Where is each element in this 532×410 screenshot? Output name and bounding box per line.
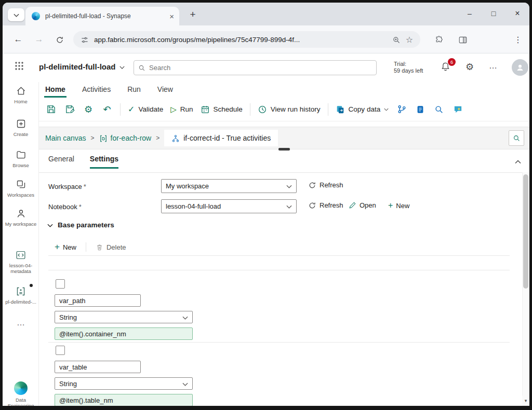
forward-button[interactable]: →: [32, 32, 46, 47]
parameter-table-divider: [48, 342, 510, 343]
sidebar-item-label: My workspace: [3, 221, 39, 227]
window-minimize-button[interactable]: –: [458, 3, 482, 24]
window-close-button[interactable]: ×: [506, 3, 529, 24]
new-tab-button[interactable]: +: [185, 8, 200, 21]
parameter-value-input[interactable]: [55, 327, 193, 340]
validate-button[interactable]: ✓ Validate: [128, 104, 163, 114]
source-control-button[interactable]: [396, 104, 407, 115]
sidebar-item-label: Browse: [3, 162, 39, 168]
window-maximize-button[interactable]: □: [482, 3, 506, 24]
schedule-label: Schedule: [214, 105, 243, 113]
parameter-name-input[interactable]: [55, 294, 141, 307]
back-button[interactable]: ←: [11, 32, 25, 47]
tab-view[interactable]: View: [156, 82, 174, 98]
parameter-row-checkbox[interactable]: [56, 279, 65, 289]
refresh-icon: [308, 201, 316, 210]
notebook-new-button[interactable]: + New: [388, 201, 409, 210]
trash-icon: [96, 243, 103, 251]
extensions-button[interactable]: [432, 32, 446, 47]
workspace-refresh-button[interactable]: Refresh: [308, 181, 343, 189]
tab-search-button[interactable]: [8, 8, 24, 21]
parameter-row-checkbox[interactable]: [56, 346, 65, 355]
parameter-value-input[interactable]: [55, 394, 193, 406]
tab-home[interactable]: Home: [44, 82, 66, 98]
parameter-type-dropdown[interactable]: String: [55, 311, 193, 323]
breadcrumb-main-canvas[interactable]: Main canvas: [45, 134, 86, 142]
site-settings-icon[interactable]: [81, 35, 89, 44]
panel-scrollbar-thumb[interactable]: [523, 174, 528, 289]
parameter-table-divider: [48, 270, 510, 270]
save-button[interactable]: [45, 104, 57, 115]
sidebar-item-home[interactable]: Home: [3, 86, 39, 104]
header-more-button[interactable]: …: [489, 61, 498, 71]
sidebar-item-workspaces[interactable]: Workspaces: [3, 179, 39, 198]
sidebar-item-data-engineering[interactable]: Data Engineering: [3, 381, 39, 406]
zoom-icon[interactable]: [392, 35, 401, 44]
parameter-type-dropdown[interactable]: String: [55, 377, 193, 390]
tab-run[interactable]: Run: [126, 82, 142, 98]
notebook-refresh-button[interactable]: Refresh: [308, 201, 343, 210]
tab-general[interactable]: General: [48, 155, 74, 169]
canvas-search-button[interactable]: [509, 130, 524, 146]
waffle-icon: [14, 61, 24, 70]
waffle-menu-button[interactable]: [14, 61, 24, 71]
toolbar-search-button[interactable]: [433, 104, 445, 115]
url-bar[interactable]: app.fabric.microsoft.com/groups/me/pipel…: [73, 31, 420, 48]
delete-parameter-label: Delete: [107, 243, 126, 251]
validate-label: Validate: [138, 105, 163, 113]
workspace-dropdown[interactable]: My workspace: [161, 179, 297, 193]
breadcrumb-current: if-correct-id - True activities: [164, 130, 278, 146]
sidebar-more-button[interactable]: …: [3, 318, 39, 327]
workspace-selected-value: My workspace: [166, 182, 209, 190]
reload-button[interactable]: [52, 32, 67, 47]
run-button[interactable]: ▷ Run: [170, 105, 193, 114]
browser-tab[interactable]: pl-delimited-full-load - Synapse ×: [25, 7, 179, 25]
pipeline-name-menu[interactable]: pl-delimited-full-load: [39, 62, 125, 71]
view-run-history-button[interactable]: View run history: [258, 105, 321, 114]
bookmark-star-icon[interactable]: ☆: [406, 35, 413, 45]
tab-close-icon[interactable]: ×: [169, 12, 174, 20]
parameter-new-button[interactable]: + New: [55, 242, 76, 252]
breadcrumb-separator: >: [91, 134, 95, 142]
notebook-button[interactable]: [415, 104, 426, 115]
sidebar-item-my-workspace[interactable]: My workspace: [3, 208, 39, 227]
browser-tab-strip: pl-delimited-full-load - Synapse × + – □…: [3, 3, 529, 25]
field-label-text: Workspace: [48, 183, 82, 190]
sidebar-item-pl-delimited[interactable]: pl-delimited-...: [3, 286, 39, 305]
save-as-button[interactable]: [64, 104, 75, 115]
chevron-down-icon: [384, 105, 389, 113]
person-icon: [16, 209, 26, 217]
split-screen-button[interactable]: [456, 32, 470, 47]
scrollbar-down-button[interactable]: ▾: [522, 395, 529, 406]
copilot-chat-button[interactable]: [452, 104, 463, 115]
panel-resize-handle[interactable]: [278, 148, 290, 151]
notebook-dropdown[interactable]: lesson-04-full-load: [161, 199, 297, 213]
settings-button[interactable]: ⚙: [466, 61, 474, 73]
for-each-icon: [99, 133, 108, 142]
account-avatar[interactable]: [512, 59, 528, 76]
tab-activities[interactable]: Activities: [81, 82, 112, 98]
notebook-open-button[interactable]: Open: [349, 201, 376, 209]
sidebar-item-label: lesson-04-metadata: [3, 263, 39, 274]
browser-menu-button[interactable]: ⋮: [511, 32, 525, 47]
person-icon: [515, 63, 525, 73]
copy-data-label: Copy data: [349, 105, 381, 113]
global-search-box[interactable]: [134, 60, 377, 75]
sidebar-item-lesson-04-metadata[interactable]: lesson-04-metadata: [3, 250, 39, 274]
undo-button[interactable]: ↶: [101, 104, 113, 115]
global-search-input[interactable]: [149, 64, 372, 72]
copy-data-button[interactable]: Copy data: [336, 105, 389, 114]
base-parameters-section-toggle[interactable]: Base parameters: [47, 221, 114, 229]
git-branch-icon: [397, 104, 407, 114]
tab-settings[interactable]: Settings: [90, 155, 118, 169]
parameter-name-input[interactable]: [55, 361, 141, 373]
schedule-button[interactable]: Schedule: [201, 105, 243, 114]
sidebar-item-create[interactable]: Create: [3, 118, 39, 137]
save-as-icon: [65, 104, 75, 114]
base-parameters-label: Base parameters: [58, 221, 114, 229]
breadcrumb-for-each-row[interactable]: for-each-row: [99, 133, 152, 142]
panel-collapse-button[interactable]: [515, 157, 521, 166]
parameter-delete-button[interactable]: Delete: [96, 243, 126, 251]
sidebar-item-browse[interactable]: Browse: [3, 149, 39, 168]
pipeline-settings-button[interactable]: ⚙: [83, 104, 94, 115]
